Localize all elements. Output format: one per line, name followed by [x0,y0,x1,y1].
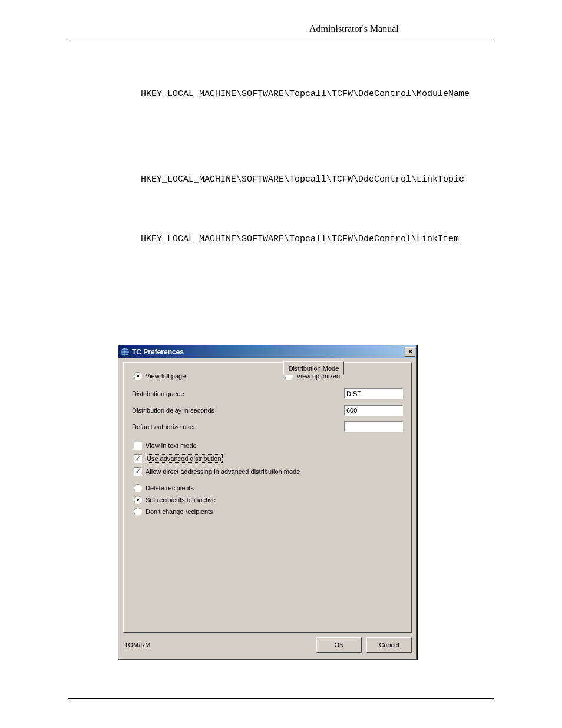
radio-label: Set recipients to inactive [146,496,216,503]
checkbox-label: View in text mode [146,442,197,449]
radio-dot-icon [137,375,139,377]
label-authorize-user: Default authorize user [132,423,344,430]
radio-dont-change-recipients[interactable]: Don't change recipients [134,508,213,516]
status-text: TOM/RM [123,641,312,648]
radio-label: View full page [146,373,186,380]
radio-view-full-page[interactable]: View full page [134,372,186,380]
label-distribution-queue: Distribution queue [132,390,344,397]
radio-icon [134,496,142,504]
header-title: Administrator's Manual [309,24,399,34]
checkbox-icon [134,442,142,450]
radio-dot-icon [137,499,139,501]
radio-icon [134,372,142,380]
page-header: Administrator's Manual [68,24,494,38]
input-distribution-queue[interactable]: DIST [344,388,403,399]
close-icon: ✕ [408,348,413,355]
tab-label: Distribution Mode [289,365,339,372]
registry-path-linkitem: HKEY_LOCAL_MACHINE\SOFTWARE\Topcall\TCFW… [141,234,494,244]
check-icon: ✓ [135,456,140,462]
dialog-footer: TOM/RM OK Cancel [123,638,412,652]
button-label: OK [335,641,344,648]
tab-content-distribution: View full page View optimized Distributi… [123,362,412,633]
check-icon: ✓ [135,469,140,475]
titlebar: TC Preferences ✕ [118,345,416,358]
radio-delete-recipients[interactable]: Delete recipients [134,484,194,492]
registry-path-modulename: HKEY_LOCAL_MACHINE\SOFTWARE\Topcall\TCFW… [141,89,494,99]
checkbox-label: Use advanced distribution [146,454,223,463]
preferences-dialog: TC Preferences ✕ General Settings DDE Co… [118,345,417,660]
input-authorize-user[interactable] [344,421,403,432]
app-icon [120,347,130,357]
checkbox-icon: ✓ [134,467,142,476]
radio-icon [134,484,142,492]
registry-path-linktopic: HKEY_LOCAL_MACHINE\SOFTWARE\Topcall\TCFW… [141,174,494,185]
radio-label: Don't change recipients [146,508,213,515]
checkbox-allow-direct-addressing[interactable]: ✓ Allow direct addressing in advanced di… [134,467,300,476]
checkbox-label: Allow direct addressing in advanced dist… [146,468,300,475]
cancel-button[interactable]: Cancel [366,637,412,653]
close-button[interactable]: ✕ [405,347,415,357]
input-distribution-delay[interactable]: 600 [344,405,403,416]
label-distribution-delay: Distribution delay in seconds [132,407,344,414]
radio-icon [134,508,142,516]
checkbox-view-text-mode[interactable]: View in text mode [134,442,197,450]
dialog-title: TC Preferences [132,348,405,356]
radio-label: Delete recipients [146,485,194,492]
checkbox-icon: ✓ [134,454,142,463]
page-footer-rule [68,698,494,699]
checkbox-advanced-distribution[interactable]: ✓ Use advanced distribution [134,454,223,463]
button-label: Cancel [379,641,399,648]
ok-button[interactable]: OK [316,637,362,653]
tab-distribution-mode[interactable]: Distribution Mode [283,361,345,375]
radio-set-recipients-inactive[interactable]: Set recipients to inactive [134,496,216,504]
